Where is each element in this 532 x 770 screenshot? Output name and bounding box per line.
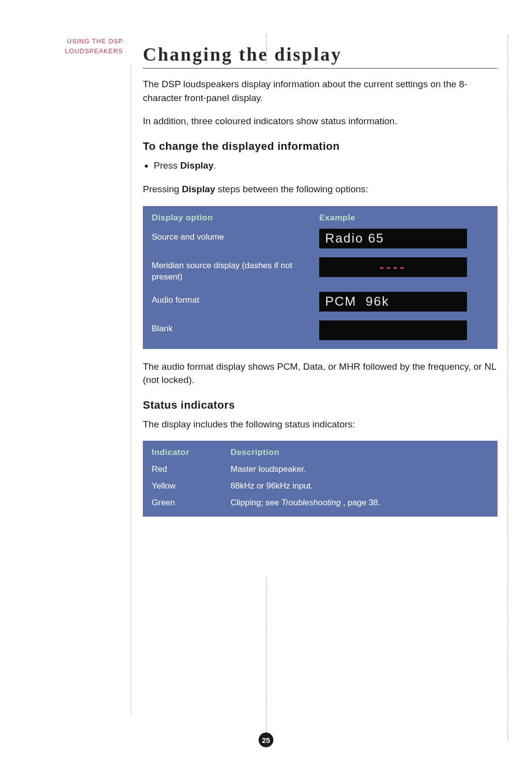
lcd-text: PCM 96k: [325, 294, 389, 309]
lcd-text: ----: [325, 259, 461, 275]
desc-pre: Master loudspeaker.: [231, 464, 306, 474]
intro-paragraph-1: The DSP loudspeakers display information…: [143, 77, 498, 105]
dotted-rule-right: [507, 35, 508, 740]
display-option-label: Meridian source display (dashes if not p…: [152, 257, 319, 283]
indicator-row: Green Clipping; see Troubleshooting , pa…: [152, 498, 489, 508]
dotted-rule-bottom: [266, 578, 267, 740]
display-option-row: Audio format PCM 96k: [152, 292, 489, 312]
bullet-text-prefix: Press: [154, 160, 180, 171]
lcd-example: [319, 320, 467, 340]
page-number: 25: [262, 736, 270, 744]
section-heading-change: To change the displayed information: [143, 140, 498, 153]
desc-post: , page 38.: [341, 498, 380, 507]
page-title: Changing the display: [143, 43, 498, 65]
followup-paragraph: Pressing Display steps between the follo…: [143, 182, 498, 196]
header-display-option: Display option: [152, 213, 319, 223]
indicator-table-header: Indicator Description: [152, 448, 489, 457]
header-example: Example: [319, 213, 355, 223]
bullet-text-bold: Display: [180, 160, 214, 171]
display-option-row: Source and volume Radio 65: [152, 229, 489, 248]
manual-page: USING THE DSP LOUDSPEAKERS Changing the …: [0, 0, 532, 770]
followup-prefix: Pressing: [143, 184, 182, 194]
indicator-description: Clipping; see Troubleshooting , page 38.: [231, 498, 380, 508]
status-indicators-table: Indicator Description Red Master loudspe…: [143, 441, 498, 517]
display-option-label: Audio format: [152, 292, 319, 306]
display-option-label: Blank: [152, 320, 319, 335]
title-rule: [143, 68, 498, 69]
indicator-color: Yellow: [152, 481, 231, 491]
left-vertical-rule: [131, 64, 131, 715]
header-indicator: Indicator: [152, 448, 231, 457]
display-options-table: Display option Example Source and volume…: [143, 206, 498, 349]
display-table-header: Display option Example: [152, 213, 489, 223]
indicator-description: 88kHz or 96kHz input.: [231, 481, 313, 491]
desc-pre: 88kHz or 96kHz input.: [231, 481, 313, 490]
followup-bold: Display: [182, 184, 215, 194]
after-table-paragraph: The audio format display shows PCM, Data…: [143, 360, 498, 387]
instruction-list: Press Display.: [143, 159, 498, 173]
bullet-text-suffix: .: [213, 160, 216, 171]
indicator-color: Red: [152, 464, 231, 474]
display-option-row: Meridian source display (dashes if not p…: [152, 257, 489, 283]
section-tab: USING THE DSP LOUDSPEAKERS: [49, 36, 123, 56]
instruction-item: Press Display.: [154, 159, 498, 173]
intro-paragraph-2: In addition, three coloured indicators s…: [143, 114, 498, 128]
dotted-rule-top: [266, 35, 267, 64]
header-description: Description: [231, 448, 279, 457]
display-option-label: Source and volume: [152, 229, 319, 243]
lcd-example: Radio 65: [319, 229, 467, 248]
lcd-text: Radio 65: [325, 231, 384, 246]
content-column: Changing the display The DSP loudspeaker…: [143, 43, 498, 517]
section-heading-status: Status indicators: [143, 399, 498, 412]
indicator-description: Master loudspeaker.: [231, 464, 306, 474]
display-option-row: Blank: [152, 320, 489, 340]
status-intro: The display includes the following statu…: [143, 418, 498, 431]
section-tab-line1: USING THE DSP: [67, 37, 123, 45]
indicator-row: Yellow 88kHz or 96kHz input.: [152, 481, 489, 491]
lcd-example: ----: [319, 257, 467, 277]
indicator-color: Green: [152, 498, 231, 508]
indicator-row: Red Master loudspeaker.: [152, 464, 489, 474]
section-tab-line2: LOUDSPEAKERS: [65, 47, 123, 55]
followup-suffix: steps between the following options:: [215, 184, 368, 194]
lcd-example: PCM 96k: [319, 292, 467, 312]
page-number-badge: 25: [259, 733, 273, 747]
desc-pre: Clipping; see: [231, 498, 281, 507]
desc-italic: Troubleshooting: [281, 498, 341, 507]
